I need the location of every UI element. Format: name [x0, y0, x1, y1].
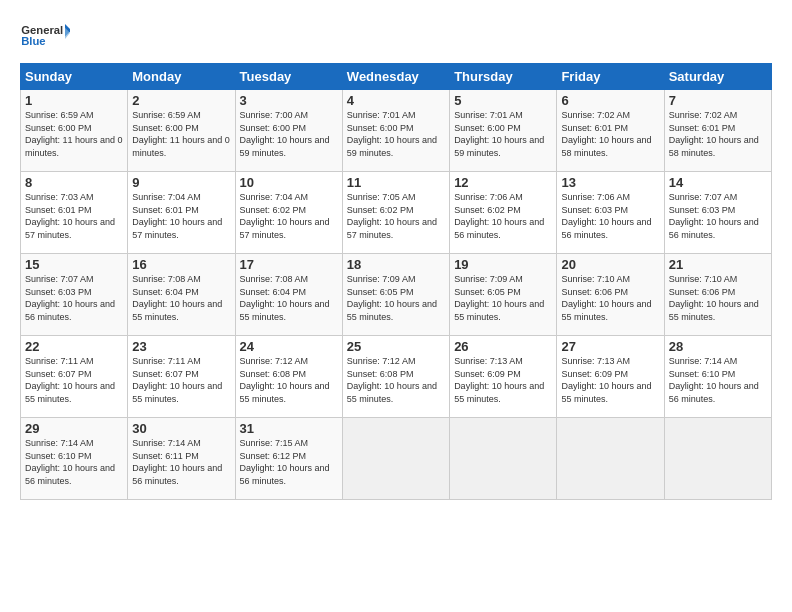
table-row: 29 Sunrise: 7:14 AMSunset: 6:10 PMDaylig… [21, 418, 128, 500]
day-number: 16 [132, 257, 230, 272]
table-row: 17 Sunrise: 7:08 AMSunset: 6:04 PMDaylig… [235, 254, 342, 336]
day-info: Sunrise: 7:05 AMSunset: 6:02 PMDaylight:… [347, 192, 437, 240]
day-info: Sunrise: 7:08 AMSunset: 6:04 PMDaylight:… [240, 274, 330, 322]
table-row: 23 Sunrise: 7:11 AMSunset: 6:07 PMDaylig… [128, 336, 235, 418]
day-number: 14 [669, 175, 767, 190]
calendar-header-row: Sunday Monday Tuesday Wednesday Thursday… [21, 64, 772, 90]
table-row [664, 418, 771, 500]
day-info: Sunrise: 7:14 AMSunset: 6:10 PMDaylight:… [25, 438, 115, 486]
table-row: 21 Sunrise: 7:10 AMSunset: 6:06 PMDaylig… [664, 254, 771, 336]
table-row: 20 Sunrise: 7:10 AMSunset: 6:06 PMDaylig… [557, 254, 664, 336]
table-row: 30 Sunrise: 7:14 AMSunset: 6:11 PMDaylig… [128, 418, 235, 500]
day-info: Sunrise: 7:10 AMSunset: 6:06 PMDaylight:… [669, 274, 759, 322]
calendar-table: Sunday Monday Tuesday Wednesday Thursday… [20, 63, 772, 500]
col-sunday: Sunday [21, 64, 128, 90]
day-info: Sunrise: 7:03 AMSunset: 6:01 PMDaylight:… [25, 192, 115, 240]
day-number: 29 [25, 421, 123, 436]
table-row: 15 Sunrise: 7:07 AMSunset: 6:03 PMDaylig… [21, 254, 128, 336]
day-info: Sunrise: 7:07 AMSunset: 6:03 PMDaylight:… [669, 192, 759, 240]
day-number: 1 [25, 93, 123, 108]
day-number: 23 [132, 339, 230, 354]
day-number: 25 [347, 339, 445, 354]
calendar-week-row: 22 Sunrise: 7:11 AMSunset: 6:07 PMDaylig… [21, 336, 772, 418]
day-info: Sunrise: 7:01 AMSunset: 6:00 PMDaylight:… [347, 110, 437, 158]
day-number: 22 [25, 339, 123, 354]
day-number: 9 [132, 175, 230, 190]
day-number: 30 [132, 421, 230, 436]
day-number: 27 [561, 339, 659, 354]
table-row: 22 Sunrise: 7:11 AMSunset: 6:07 PMDaylig… [21, 336, 128, 418]
table-row: 4 Sunrise: 7:01 AMSunset: 6:00 PMDayligh… [342, 90, 449, 172]
day-info: Sunrise: 7:07 AMSunset: 6:03 PMDaylight:… [25, 274, 115, 322]
day-info: Sunrise: 7:04 AMSunset: 6:02 PMDaylight:… [240, 192, 330, 240]
day-info: Sunrise: 7:00 AMSunset: 6:00 PMDaylight:… [240, 110, 330, 158]
day-info: Sunrise: 7:06 AMSunset: 6:02 PMDaylight:… [454, 192, 544, 240]
day-number: 6 [561, 93, 659, 108]
day-number: 20 [561, 257, 659, 272]
table-row: 6 Sunrise: 7:02 AMSunset: 6:01 PMDayligh… [557, 90, 664, 172]
day-info: Sunrise: 7:04 AMSunset: 6:01 PMDaylight:… [132, 192, 222, 240]
table-row: 5 Sunrise: 7:01 AMSunset: 6:00 PMDayligh… [450, 90, 557, 172]
table-row: 11 Sunrise: 7:05 AMSunset: 6:02 PMDaylig… [342, 172, 449, 254]
day-info: Sunrise: 7:08 AMSunset: 6:04 PMDaylight:… [132, 274, 222, 322]
day-number: 17 [240, 257, 338, 272]
table-row: 24 Sunrise: 7:12 AMSunset: 6:08 PMDaylig… [235, 336, 342, 418]
table-row: 31 Sunrise: 7:15 AMSunset: 6:12 PMDaylig… [235, 418, 342, 500]
day-number: 21 [669, 257, 767, 272]
calendar-week-row: 1 Sunrise: 6:59 AMSunset: 6:00 PMDayligh… [21, 90, 772, 172]
day-number: 5 [454, 93, 552, 108]
page: General Blue Sunday Monday Tuesday Wedne… [0, 0, 792, 612]
table-row: 2 Sunrise: 6:59 AMSunset: 6:00 PMDayligh… [128, 90, 235, 172]
day-number: 8 [25, 175, 123, 190]
day-info: Sunrise: 6:59 AMSunset: 6:00 PMDaylight:… [132, 110, 230, 158]
table-row: 7 Sunrise: 7:02 AMSunset: 6:01 PMDayligh… [664, 90, 771, 172]
table-row: 25 Sunrise: 7:12 AMSunset: 6:08 PMDaylig… [342, 336, 449, 418]
svg-text:Blue: Blue [21, 35, 45, 47]
col-tuesday: Tuesday [235, 64, 342, 90]
day-number: 10 [240, 175, 338, 190]
day-info: Sunrise: 7:01 AMSunset: 6:00 PMDaylight:… [454, 110, 544, 158]
logo: General Blue [20, 18, 70, 53]
table-row: 14 Sunrise: 7:07 AMSunset: 6:03 PMDaylig… [664, 172, 771, 254]
day-info: Sunrise: 7:11 AMSunset: 6:07 PMDaylight:… [132, 356, 222, 404]
table-row: 9 Sunrise: 7:04 AMSunset: 6:01 PMDayligh… [128, 172, 235, 254]
table-row: 26 Sunrise: 7:13 AMSunset: 6:09 PMDaylig… [450, 336, 557, 418]
day-info: Sunrise: 7:12 AMSunset: 6:08 PMDaylight:… [240, 356, 330, 404]
day-info: Sunrise: 7:02 AMSunset: 6:01 PMDaylight:… [669, 110, 759, 158]
day-number: 15 [25, 257, 123, 272]
table-row: 3 Sunrise: 7:00 AMSunset: 6:00 PMDayligh… [235, 90, 342, 172]
day-number: 11 [347, 175, 445, 190]
day-info: Sunrise: 7:15 AMSunset: 6:12 PMDaylight:… [240, 438, 330, 486]
col-friday: Friday [557, 64, 664, 90]
col-thursday: Thursday [450, 64, 557, 90]
day-info: Sunrise: 7:14 AMSunset: 6:10 PMDaylight:… [669, 356, 759, 404]
day-number: 12 [454, 175, 552, 190]
day-number: 18 [347, 257, 445, 272]
table-row: 28 Sunrise: 7:14 AMSunset: 6:10 PMDaylig… [664, 336, 771, 418]
calendar-week-row: 15 Sunrise: 7:07 AMSunset: 6:03 PMDaylig… [21, 254, 772, 336]
table-row: 10 Sunrise: 7:04 AMSunset: 6:02 PMDaylig… [235, 172, 342, 254]
day-number: 3 [240, 93, 338, 108]
day-number: 4 [347, 93, 445, 108]
col-saturday: Saturday [664, 64, 771, 90]
table-row: 19 Sunrise: 7:09 AMSunset: 6:05 PMDaylig… [450, 254, 557, 336]
day-number: 7 [669, 93, 767, 108]
day-number: 13 [561, 175, 659, 190]
day-number: 2 [132, 93, 230, 108]
table-row [342, 418, 449, 500]
table-row [557, 418, 664, 500]
logo-svg: General Blue [20, 18, 70, 53]
day-info: Sunrise: 7:13 AMSunset: 6:09 PMDaylight:… [561, 356, 651, 404]
day-info: Sunrise: 7:13 AMSunset: 6:09 PMDaylight:… [454, 356, 544, 404]
day-number: 26 [454, 339, 552, 354]
day-info: Sunrise: 7:12 AMSunset: 6:08 PMDaylight:… [347, 356, 437, 404]
day-info: Sunrise: 7:02 AMSunset: 6:01 PMDaylight:… [561, 110, 651, 158]
table-row: 27 Sunrise: 7:13 AMSunset: 6:09 PMDaylig… [557, 336, 664, 418]
day-number: 24 [240, 339, 338, 354]
day-info: Sunrise: 7:10 AMSunset: 6:06 PMDaylight:… [561, 274, 651, 322]
day-number: 31 [240, 421, 338, 436]
day-info: Sunrise: 7:09 AMSunset: 6:05 PMDaylight:… [347, 274, 437, 322]
col-monday: Monday [128, 64, 235, 90]
calendar-week-row: 8 Sunrise: 7:03 AMSunset: 6:01 PMDayligh… [21, 172, 772, 254]
day-info: Sunrise: 7:09 AMSunset: 6:05 PMDaylight:… [454, 274, 544, 322]
